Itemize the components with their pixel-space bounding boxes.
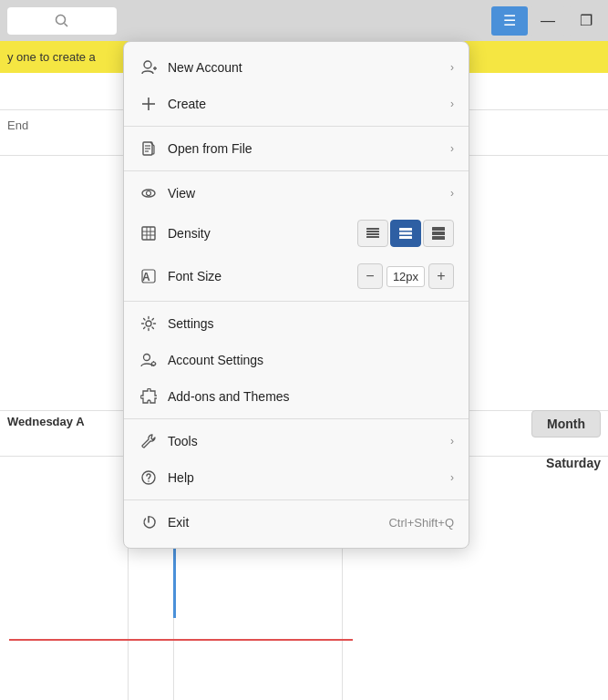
density-spacious-button[interactable] xyxy=(423,220,454,247)
svg-rect-25 xyxy=(399,236,412,239)
chevron-right-icon: › xyxy=(450,187,454,200)
svg-point-31 xyxy=(146,321,151,326)
wednesday-label: Wednesday A xyxy=(7,415,85,428)
search-icon xyxy=(55,14,69,28)
density-compact-button[interactable] xyxy=(357,220,388,247)
font-size-increase-button[interactable]: + xyxy=(428,263,454,289)
person-gear-icon xyxy=(139,350,159,370)
addons-themes-label: Add-ons and Themes xyxy=(168,389,454,404)
font-size-value: 12px xyxy=(386,266,425,287)
svg-point-13 xyxy=(147,191,151,196)
svg-point-3 xyxy=(144,61,151,68)
tools-label: Tools xyxy=(168,434,450,448)
density-normal-button[interactable] xyxy=(390,220,421,247)
open-from-file-label: Open from File xyxy=(168,141,450,156)
svg-rect-28 xyxy=(432,236,445,240)
svg-line-1 xyxy=(65,23,68,26)
puzzle-icon xyxy=(139,386,159,407)
event-line xyxy=(9,639,353,641)
menu-item-help[interactable]: Help › xyxy=(124,459,469,496)
grid-icon xyxy=(139,223,159,243)
menu-divider xyxy=(124,499,469,500)
svg-rect-21 xyxy=(366,233,379,235)
document-icon xyxy=(139,139,159,159)
svg-rect-19 xyxy=(366,228,379,230)
svg-rect-24 xyxy=(399,232,412,235)
svg-rect-26 xyxy=(432,227,445,231)
menu-item-account-settings[interactable]: Account Settings xyxy=(124,342,469,378)
font-size-label: Font Size xyxy=(168,269,357,283)
minimize-button[interactable]: — xyxy=(530,6,566,36)
question-icon xyxy=(139,468,159,488)
menu-item-exit[interactable]: Exit Ctrl+Shift+Q xyxy=(124,504,469,540)
plus-icon xyxy=(139,94,159,114)
menu-item-font-size: A Font Size − 12px + xyxy=(124,255,469,297)
gear-icon xyxy=(139,314,159,334)
help-label: Help xyxy=(168,470,450,485)
menu-item-view[interactable]: View › xyxy=(124,175,469,211)
end-label: End xyxy=(7,118,28,132)
density-label: Density xyxy=(168,226,357,241)
chevron-right-icon: › xyxy=(450,471,454,484)
exit-shortcut: Ctrl+Shift+Q xyxy=(388,516,454,530)
menu-item-tools[interactable]: Tools › xyxy=(124,423,469,459)
month-button[interactable]: Month xyxy=(531,410,601,438)
svg-rect-23 xyxy=(399,228,412,231)
eye-icon xyxy=(139,183,159,203)
menu-item-new-account[interactable]: New Account › xyxy=(124,49,469,86)
hamburger-button[interactable]: ☰ xyxy=(491,6,528,36)
saturday-label: Saturday xyxy=(546,456,601,470)
density-controls xyxy=(357,220,454,247)
menu-item-create[interactable]: Create › xyxy=(124,86,469,122)
menu-divider xyxy=(124,301,469,302)
power-icon xyxy=(139,512,159,532)
svg-point-0 xyxy=(57,15,66,24)
menu-divider xyxy=(124,418,469,419)
menu-item-density: Density xyxy=(124,211,469,255)
create-label: Create xyxy=(168,97,450,111)
menu-divider xyxy=(124,126,469,127)
svg-point-32 xyxy=(144,355,150,361)
new-account-label: New Account xyxy=(168,60,450,75)
font-size-decrease-button[interactable]: − xyxy=(357,263,383,289)
chevron-right-icon: › xyxy=(450,61,454,74)
svg-rect-22 xyxy=(366,236,379,238)
view-label: View xyxy=(168,186,450,201)
svg-rect-14 xyxy=(142,227,155,240)
menu-item-open-from-file[interactable]: Open from File › xyxy=(124,130,469,167)
notification-text: y one to create a xyxy=(7,50,96,64)
menu-item-settings[interactable]: Settings xyxy=(124,305,469,342)
chevron-right-icon: › xyxy=(450,435,454,448)
wrench-icon xyxy=(139,431,159,451)
font-icon: A xyxy=(139,266,159,286)
font-size-controls: − 12px + xyxy=(357,263,454,289)
svg-rect-20 xyxy=(366,231,379,232)
maximize-button[interactable]: ❐ xyxy=(568,6,604,36)
svg-point-35 xyxy=(148,480,149,482)
account-settings-label: Account Settings xyxy=(168,353,454,367)
search-box[interactable] xyxy=(7,7,117,35)
settings-label: Settings xyxy=(168,316,454,331)
menu-divider xyxy=(124,170,469,171)
hamburger-menu: New Account › Create › Open from File › xyxy=(123,41,469,549)
exit-label: Exit xyxy=(168,515,388,530)
person-plus-icon xyxy=(139,57,159,77)
toolbar: ☰ — ❐ xyxy=(0,0,608,41)
chevron-right-icon: › xyxy=(450,142,454,155)
chevron-right-icon: › xyxy=(450,98,454,110)
svg-text:A: A xyxy=(142,271,150,283)
menu-item-addons-themes[interactable]: Add-ons and Themes xyxy=(124,378,469,415)
svg-rect-27 xyxy=(432,232,445,235)
